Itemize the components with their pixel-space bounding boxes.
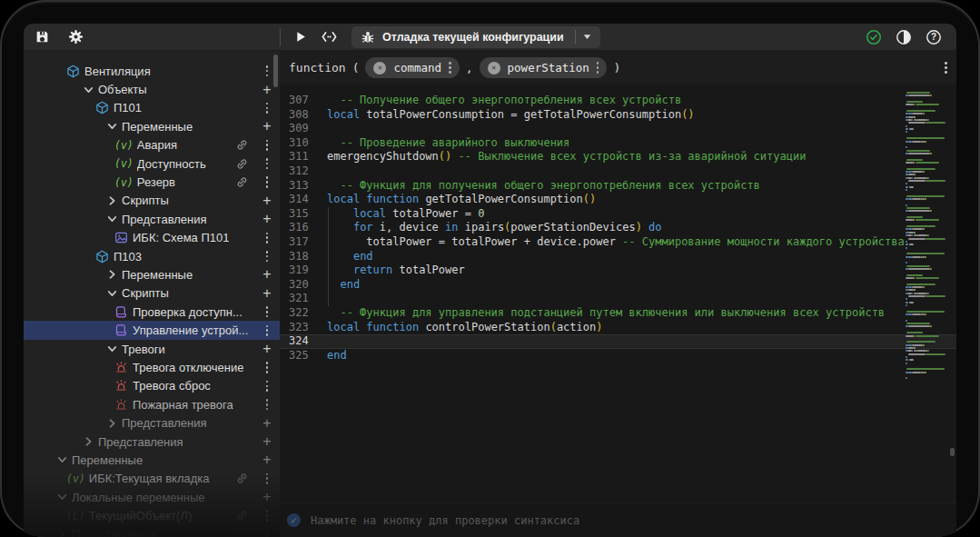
kebab-menu-icon[interactable] xyxy=(261,473,273,484)
tree-item-локальные-переменные[interactable]: Локальные переменные+ xyxy=(24,488,280,506)
kebab-menu-icon[interactable] xyxy=(261,158,273,169)
code-line-307[interactable]: 307 -- Получение общего энергопотреблени… xyxy=(280,94,956,108)
tree-item-пожарная-тревога[interactable]: Пожарная тревога xyxy=(24,395,280,413)
add-button[interactable]: + xyxy=(261,84,273,96)
add-button[interactable]: + xyxy=(261,435,273,448)
link-icon[interactable] xyxy=(235,138,249,152)
kebab-menu-icon[interactable] xyxy=(261,140,273,151)
tree-item-п103[interactable]: П103 xyxy=(24,247,280,265)
code-line-323[interactable]: 323local function controlPowerStation(ac… xyxy=(280,321,956,335)
play-button[interactable] xyxy=(295,31,307,43)
kebab-menu-icon[interactable] xyxy=(261,176,273,187)
chevron-down-icon[interactable] xyxy=(107,122,118,132)
add-button[interactable]: + xyxy=(261,343,273,355)
kebab-menu-icon[interactable] xyxy=(261,381,273,392)
chevron-down-icon[interactable] xyxy=(583,34,591,40)
settings-button[interactable] xyxy=(68,29,84,45)
tree-item-управление-устрой-[interactable]: Управление устрой... xyxy=(24,321,280,339)
add-button[interactable]: + xyxy=(261,417,273,430)
chevron-right-icon[interactable] xyxy=(107,195,117,206)
code-nav-button[interactable] xyxy=(322,31,337,43)
link-icon[interactable] xyxy=(235,157,249,171)
chevron-right-icon[interactable] xyxy=(107,269,117,280)
tree-item-п101[interactable]: П101 xyxy=(24,99,280,117)
chevron-down-icon[interactable] xyxy=(107,214,118,224)
tree-item-тревога-сброс[interactable]: Тревога сброс xyxy=(24,377,280,395)
remove-param-icon[interactable]: ✕ xyxy=(488,62,500,75)
link-icon[interactable] xyxy=(235,472,249,485)
code-line-310[interactable]: 310 -- Проведение аварийного выключения xyxy=(280,136,956,151)
chevron-down-icon[interactable] xyxy=(57,492,68,502)
kebab-menu-icon[interactable] xyxy=(261,399,273,410)
theme-contrast-button[interactable] xyxy=(896,29,912,45)
code-line-318[interactable]: 318 end xyxy=(280,250,956,264)
tree-item-текущийобъект-л-[interactable]: (L)ТекущийОбъект(Л) xyxy=(24,506,280,524)
tree-item-переменные[interactable]: Переменные+ xyxy=(24,265,280,283)
code-line-316[interactable]: 316 for i, device in ipairs(powerStation… xyxy=(280,221,956,235)
code-line-320[interactable]: 320 end xyxy=(280,278,956,293)
code-line-317[interactable]: 317 totalPower = totalPower + device.pow… xyxy=(280,235,956,250)
chevron-down-icon[interactable] xyxy=(84,85,94,94)
syntax-ok-button[interactable] xyxy=(866,29,882,45)
remove-param-icon[interactable]: ✕ xyxy=(373,62,386,75)
tree-item-тревоги[interactable]: Тревоги+ xyxy=(24,340,280,358)
kebab-menu-icon[interactable] xyxy=(261,510,273,521)
code-line-314[interactable]: 314local function getTotalPowerConsumpti… xyxy=(280,193,956,207)
tree-item-авария[interactable]: (v)Авария xyxy=(24,136,280,154)
kebab-menu-icon[interactable] xyxy=(261,65,273,76)
code-line-308[interactable]: 308local totalPowerConsumption = getTota… xyxy=(280,108,956,123)
minimap[interactable] xyxy=(906,92,947,381)
kebab-menu-icon[interactable] xyxy=(261,103,273,114)
tree-item-скрипты[interactable]: Скрипты+ xyxy=(24,192,280,210)
tree-item-вентиляция[interactable]: Вентиляция xyxy=(24,62,280,80)
code-line-324[interactable]: 324 xyxy=(280,334,956,349)
chevron-right-icon[interactable] xyxy=(84,436,94,447)
kebab-menu-icon[interactable] xyxy=(261,325,273,336)
tree-item-скрипты[interactable]: Скрипты+ xyxy=(24,284,280,303)
tree-item-резерв[interactable]: (v)Резерв xyxy=(24,173,280,191)
kebab-menu-icon[interactable] xyxy=(261,251,273,262)
add-button[interactable]: + xyxy=(261,491,273,503)
chevron-right-icon[interactable] xyxy=(57,529,67,537)
chevron-down-icon[interactable] xyxy=(107,344,118,354)
param-kebab-menu-icon[interactable] xyxy=(597,62,599,73)
chevron-right-icon[interactable] xyxy=(107,418,117,429)
code-line-311[interactable]: 311emergencyShutdown() -- Выключение все… xyxy=(280,150,956,164)
debug-config-tab[interactable]: Отладка текущей конфигурации xyxy=(351,26,600,48)
sidebar-scrollbar[interactable] xyxy=(273,55,278,87)
chevron-down-icon[interactable] xyxy=(107,288,118,298)
code-editor[interactable]: 307 -- Получение общего энергопотреблени… xyxy=(280,85,956,502)
code-line-325[interactable]: 325end xyxy=(280,349,956,363)
help-button[interactable] xyxy=(926,29,942,45)
signature-kebab-menu-icon[interactable] xyxy=(945,62,947,73)
add-button[interactable]: + xyxy=(261,120,273,133)
code-line-322[interactable]: 322 -- Функция для управления подстанцие… xyxy=(280,306,956,321)
tree-item-объекты[interactable]: Объекты+ xyxy=(24,80,280,98)
add-button[interactable]: + xyxy=(261,194,273,207)
tree-item-представления[interactable]: Представления+ xyxy=(24,210,280,228)
kebab-menu-icon[interactable] xyxy=(261,362,273,373)
kebab-menu-icon[interactable] xyxy=(261,306,273,317)
param-chip-powerStation[interactable]: ✕powerStation xyxy=(480,57,608,78)
add-button[interactable]: + xyxy=(261,528,273,537)
code-line-309[interactable]: 309 xyxy=(280,122,956,136)
save-button[interactable] xyxy=(35,29,50,45)
tree-item-ибк-схема-п101[interactable]: ИБК: Схема П101 xyxy=(24,229,280,247)
add-button[interactable]: + xyxy=(261,268,273,281)
tree-item-переменные[interactable]: Переменные+ xyxy=(24,451,280,469)
editor-scrollbar[interactable] xyxy=(950,448,955,456)
tree-item-представления[interactable]: Представления+ xyxy=(24,433,280,451)
add-button[interactable]: + xyxy=(261,213,273,225)
param-kebab-menu-icon[interactable] xyxy=(449,62,451,73)
tree-item-тревога-отключение[interactable]: Тревога отключение xyxy=(24,358,280,376)
kebab-menu-icon[interactable] xyxy=(261,233,273,244)
tree-item-представления[interactable]: Представления+ xyxy=(24,413,280,432)
code-line-321[interactable]: 321 xyxy=(280,292,956,306)
code-line-313[interactable]: 313 -- Функция для получения общего энер… xyxy=(280,179,956,194)
tree-item-ибк-текущая-вкладка[interactable]: (v)ИБК:Текущая вкладка xyxy=(24,470,280,488)
param-chip-command[interactable]: ✕command xyxy=(365,57,459,78)
tree-item-переменные[interactable]: Переменные+ xyxy=(24,117,280,135)
add-button[interactable]: + xyxy=(261,453,273,466)
add-button[interactable]: + xyxy=(261,287,273,300)
code-line-315[interactable]: 315 local totalPower = 0 xyxy=(280,207,956,222)
